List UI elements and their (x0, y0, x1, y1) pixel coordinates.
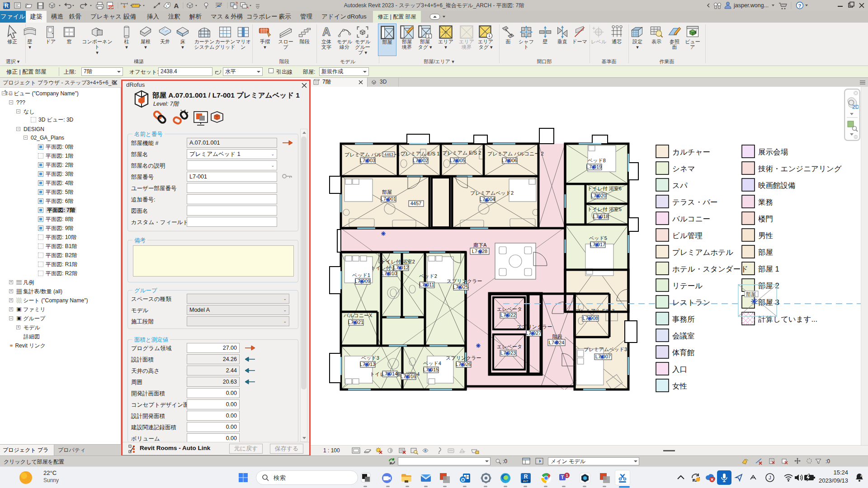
svg-text:ホテル・スタンダード: ホテル・スタンダード (672, 265, 748, 273)
svg-text:楼門: 楼門 (758, 215, 773, 223)
svg-text:2D: 2D (852, 104, 859, 110)
svg-text:技術・エンジニアリング: 技術・エンジニアリング (758, 164, 842, 173)
svg-text:スパ: スパ (672, 181, 688, 189)
svg-text:プレミアムベッド2: プレミアムベッド2 (470, 190, 514, 196)
svg-text:トイレ付 浴室6: トイレ付 浴室6 (587, 186, 622, 191)
svg-text:トイレ付 浴室5: トイレ付 浴室5 (587, 206, 622, 212)
svg-text:会議室: 会議室 (672, 332, 695, 340)
svg-text:jasper.wong...: jasper.wong... (733, 2, 769, 9)
svg-text:スプリンクラー: スプリンクラー (517, 324, 552, 329)
svg-text:z: z (860, 474, 862, 478)
svg-text:J: J (769, 475, 771, 480)
svg-text:レストラン: レストラン (672, 298, 710, 306)
svg-text:バルコニーX: バルコニーX (343, 313, 373, 318)
svg-text:階段: 階段 (552, 334, 562, 339)
svg-text:ベッド5: ベッド5 (589, 235, 607, 241)
svg-text:部屋: 部屋 (382, 189, 392, 195)
svg-text:RVT: RVT (523, 480, 528, 483)
svg-text:A: A (322, 25, 330, 38)
svg-text:ベッド4: ベッド4 (423, 361, 441, 366)
svg-text:?: ? (798, 3, 801, 9)
svg-text:体育館: 体育館 (672, 348, 695, 357)
svg-text:1: 1 (488, 33, 491, 38)
svg-text:男性: 男性 (758, 231, 773, 239)
svg-text:4457: 4457 (410, 201, 421, 206)
svg-text:バルコニー: バルコニー (672, 215, 710, 223)
svg-text:リテール: リテール (672, 282, 703, 290)
svg-text:部屋: 部屋 (758, 248, 773, 256)
svg-text:ベッド2: ベッド2 (419, 273, 437, 279)
svg-text:カルチャー: カルチャー (672, 148, 710, 156)
svg-text:入口: 入口 (672, 365, 687, 373)
svg-text:部屋: 部屋 (746, 291, 756, 297)
svg-text:テラス・バー: テラス・バー (672, 198, 718, 206)
svg-text:プレミアム E/S 1: プレミアム E/S 1 (401, 151, 439, 156)
svg-text:4463: 4463 (384, 152, 393, 157)
svg-text:プレミアム バルコニー 2: プレミアム バルコニー 2 (487, 151, 544, 156)
svg-text:プレミアム E/S 2: プレミアム E/S 2 (442, 150, 481, 155)
svg-text:廊下A: 廊下A (473, 242, 487, 248)
svg-text:事務所: 事務所 (672, 315, 695, 323)
svg-text:ビル管理: ビル管理 (672, 231, 703, 239)
svg-text:スプリンクラー: スプリンクラー (447, 278, 482, 284)
svg-text:シネマ: シネマ (672, 164, 695, 173)
svg-text:1: 1 (566, 473, 568, 478)
svg-text:エレベータ: エレベータ (497, 344, 522, 349)
svg-text:O: O (461, 477, 465, 483)
svg-text:業務: 業務 (758, 198, 773, 206)
svg-text:R: R (524, 474, 528, 480)
svg-text:プレミアムベッド3: プレミアムベッド3 (584, 347, 627, 352)
svg-text:プレミアムホテル: プレミアムホテル (672, 248, 733, 256)
svg-text:1: 1 (428, 34, 430, 38)
svg-text:ベッド3: ベッド3 (361, 355, 379, 361)
svg-text:女性: 女性 (672, 382, 687, 390)
svg-text:ベッド1: ベッド1 (352, 272, 370, 278)
svg-text:部屋 3: 部屋 3 (758, 298, 779, 306)
svg-text:エレベータ: エレベータ (497, 306, 522, 312)
svg-text:スプリンクラー: スプリンクラー (446, 355, 481, 361)
svg-text:T: T (561, 475, 564, 480)
svg-text:部屋 2: 部屋 2 (758, 282, 779, 290)
svg-text:プレミアム E/S 3: プレミアム E/S 3 (576, 308, 614, 314)
svg-text:ベッド8: ベッド8 (588, 158, 606, 163)
svg-text:映画館設備: 映画館設備 (758, 181, 796, 189)
svg-text:展示会場: 展示会場 (758, 148, 788, 156)
svg-text:部屋 1: 部屋 1 (758, 265, 779, 273)
svg-text:トイレ付 浴室2: トイレ付 浴室2 (381, 259, 415, 264)
